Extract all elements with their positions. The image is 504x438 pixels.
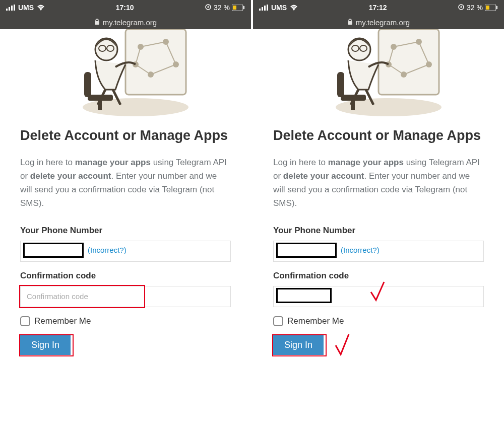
remember-row[interactable]: Remember Me — [273, 316, 484, 326]
battery-icon — [232, 5, 245, 11]
page-content: Delete Account or Manage Apps Log in her… — [0, 29, 251, 438]
phone-screen-right: UMS 17:12 32 % my.telegram.org — [253, 0, 504, 438]
svg-rect-6 — [243, 6, 244, 9]
phone-screen-left: UMS 17:10 32 % my.telegram.org — [0, 0, 251, 438]
redacted-code — [276, 288, 332, 303]
status-battery-pct: 32 % — [467, 4, 483, 12]
wifi-icon — [37, 5, 45, 11]
svg-rect-51 — [337, 72, 344, 97]
svg-rect-23 — [84, 72, 91, 97]
svg-rect-29 — [262, 7, 263, 11]
illustration — [20, 29, 231, 117]
phone-group: Your Phone Number (Incorrect?) — [273, 226, 484, 262]
rotation-lock-icon — [205, 4, 212, 12]
code-label: Confirmation code — [273, 271, 484, 281]
svg-rect-2 — [11, 6, 13, 11]
page-heading: Delete Account or Manage Apps — [273, 127, 484, 144]
battery-icon — [485, 5, 498, 11]
remember-label: Remember Me — [287, 316, 344, 326]
remember-row[interactable]: Remember Me — [20, 316, 231, 326]
status-time: 17:12 — [369, 4, 387, 12]
svg-rect-28 — [259, 9, 261, 11]
signin-button[interactable]: Sign In — [273, 335, 324, 355]
incorrect-link[interactable]: (Incorrect?) — [88, 246, 127, 254]
code-label: Confirmation code — [20, 271, 231, 281]
address-url: my.telegram.org — [356, 18, 410, 27]
svg-rect-36 — [348, 21, 352, 25]
redacted-phone — [276, 243, 337, 258]
status-right: 32 % — [458, 4, 498, 12]
svg-rect-0 — [6, 9, 8, 11]
code-group: Confirmation code — [273, 271, 484, 307]
svg-rect-1 — [9, 7, 10, 11]
status-carrier: UMS — [18, 4, 34, 12]
incorrect-link[interactable]: (Incorrect?) — [341, 246, 380, 254]
svg-rect-31 — [267, 5, 268, 11]
svg-rect-30 — [264, 6, 266, 11]
status-bar: UMS 17:10 32 % — [0, 0, 251, 15]
status-left: UMS — [6, 4, 45, 12]
signal-icon — [259, 5, 268, 11]
lock-icon — [347, 18, 353, 27]
svg-rect-3 — [14, 5, 15, 11]
remember-label: Remember Me — [34, 316, 91, 326]
annotation-check-signin — [334, 332, 351, 362]
phone-label: Your Phone Number — [273, 226, 484, 236]
redacted-phone — [23, 243, 84, 258]
status-battery-pct: 32 % — [214, 4, 230, 12]
status-right: 32 % — [205, 4, 245, 12]
address-bar[interactable]: my.telegram.org — [253, 15, 504, 29]
code-group: Confirmation code — [20, 271, 231, 307]
svg-rect-35 — [486, 6, 489, 10]
status-time: 17:10 — [116, 4, 134, 12]
page-heading: Delete Account or Manage Apps — [20, 127, 231, 144]
svg-rect-34 — [496, 6, 497, 9]
illustration — [273, 29, 484, 117]
code-input[interactable] — [20, 286, 231, 307]
page-description: Log in here to manage your apps using Te… — [273, 156, 484, 210]
status-carrier: UMS — [271, 4, 287, 12]
remember-checkbox[interactable] — [273, 316, 283, 326]
status-left: UMS — [259, 4, 298, 12]
lock-icon — [94, 18, 100, 27]
status-bar: UMS 17:12 32 % — [253, 0, 504, 15]
phone-label: Your Phone Number — [20, 226, 231, 236]
page-content: Delete Account or Manage Apps Log in her… — [253, 29, 504, 438]
wifi-icon — [290, 5, 298, 11]
remember-checkbox[interactable] — [20, 316, 30, 326]
svg-rect-7 — [233, 6, 236, 10]
svg-rect-8 — [95, 21, 99, 25]
signin-button[interactable]: Sign In — [20, 335, 71, 355]
signal-icon — [6, 5, 15, 11]
phone-group: Your Phone Number (Incorrect?) — [20, 226, 231, 262]
rotation-lock-icon — [458, 4, 465, 12]
page-description: Log in here to manage your apps using Te… — [20, 156, 231, 210]
address-bar[interactable]: my.telegram.org — [0, 15, 251, 29]
address-url: my.telegram.org — [103, 18, 157, 27]
